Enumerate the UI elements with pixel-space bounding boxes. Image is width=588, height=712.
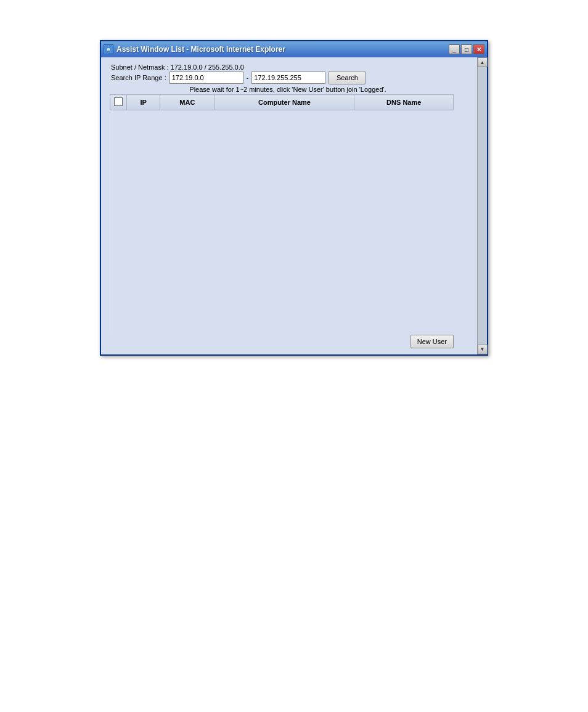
scrollbar[interactable]: ▲ ▼ [477, 57, 487, 354]
window-body: Subnet / Netmask : 172.19.0.0 / 255.255.… [101, 57, 487, 354]
content-area: Subnet / Netmask : 172.19.0.0 / 255.255.… [110, 63, 478, 348]
col-mac: MAC [160, 95, 214, 110]
search-button[interactable]: Search [329, 71, 365, 84]
close-button[interactable]: ✕ [473, 44, 484, 54]
new-user-button[interactable]: New User [410, 335, 454, 348]
ip-end-input[interactable] [251, 72, 325, 84]
col-dns-name: DNS Name [354, 95, 454, 110]
app-icon: e [104, 44, 113, 54]
title-bar: e Assist Window List - Microsoft Interne… [101, 41, 487, 57]
select-all-header[interactable] [110, 95, 127, 110]
select-all-checkbox[interactable] [114, 97, 123, 106]
scroll-track[interactable] [478, 67, 487, 345]
empty-row [110, 110, 454, 332]
search-label: Search IP Range : [111, 74, 166, 81]
search-row: Search IP Range : - Search [111, 71, 466, 84]
table-body [110, 110, 454, 332]
minimize-button[interactable]: _ [449, 44, 460, 54]
col-ip: IP [127, 95, 160, 110]
wait-message: Please wait for 1~2 minutes, click 'New … [110, 84, 466, 94]
table-container: IP MAC Computer Name DNS Name [110, 94, 454, 332]
restore-button[interactable]: □ [461, 44, 472, 54]
subnet-label: Subnet / Netmask : [111, 63, 169, 71]
scroll-down-arrow[interactable]: ▼ [478, 345, 488, 354]
subnet-info-row: Subnet / Netmask : 172.19.0.0 / 255.255.… [111, 63, 466, 71]
window: e Assist Window List - Microsoft Interne… [100, 40, 488, 356]
subnet-value: 172.19.0.0 / 255.255.0.0 [171, 63, 244, 71]
ip-range-dash: - [247, 74, 249, 81]
title-buttons: _ □ ✕ [449, 44, 484, 54]
col-computer-name: Computer Name [214, 95, 354, 110]
ip-start-input[interactable] [169, 72, 243, 84]
scroll-up-arrow[interactable]: ▲ [478, 57, 488, 67]
new-user-row: New User [110, 335, 454, 348]
window-title: Assist Window List - Microsoft Internet … [116, 45, 285, 54]
desktop: e Assist Window List - Microsoft Interne… [0, 0, 588, 712]
title-bar-left: e Assist Window List - Microsoft Interne… [104, 44, 285, 54]
results-table: IP MAC Computer Name DNS Name [110, 94, 454, 332]
